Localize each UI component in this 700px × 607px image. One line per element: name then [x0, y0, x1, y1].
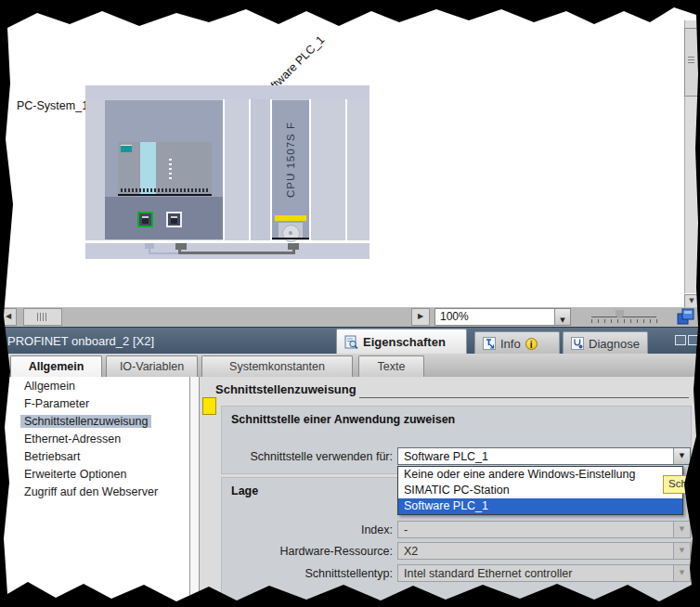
- cable-connector: [175, 243, 187, 250]
- ethernet-port-2[interactable]: [166, 212, 182, 227]
- slot-divider: [309, 99, 311, 240]
- app-sheet: Software PLC_1 PC-System_1: [0, 0, 700, 607]
- hardware-ressource-select: X2 ▼: [397, 542, 691, 560]
- float-window-button[interactable]: [675, 335, 686, 345]
- dropdown-option[interactable]: Keine oder eine andere Windows-Einstellu…: [398, 467, 682, 483]
- nav-label: Betriebsart: [20, 450, 84, 463]
- scroll-right-button[interactable]: ▶: [411, 308, 430, 326]
- zoom-slider-ticks: [591, 319, 657, 323]
- nav-label: Ethernet-Adressen: [20, 433, 124, 446]
- port-plug-icon: [171, 216, 177, 224]
- port-plug-icon: [142, 216, 149, 224]
- info-icon: [483, 337, 496, 350]
- inspector-title: PROFINET onboard_2 [X2]: [7, 328, 154, 355]
- cpu-selection-underline: [272, 238, 309, 239]
- tab-info[interactable]: Info i: [474, 331, 560, 355]
- inspector-content: Allgemein F-Parameter Schnittstellenzuwe…: [0, 377, 700, 607]
- zoom-slider-thumb[interactable]: [616, 310, 624, 319]
- pc-system-label: PC-System_1: [17, 99, 88, 112]
- dock-view-icon[interactable]: [677, 308, 694, 326]
- nav-item-webserver-zugriff[interactable]: Zugriff auf den Webserver: [0, 484, 189, 501]
- interface-use-label: Schnittstelle verwenden für:: [223, 450, 393, 463]
- dropdown-disabled-button: ▼: [673, 565, 690, 581]
- cpu-1507s-module[interactable]: CPU 1507S F: [272, 100, 309, 239]
- nav-label: F-Parameter: [20, 397, 93, 410]
- screenshot-root: Software PLC_1 PC-System_1: [0, 0, 700, 607]
- schnittstellentyp-value: Intel standard Ethernet controller: [404, 566, 572, 581]
- interface-use-value: Software PLC_1: [404, 449, 488, 464]
- device-view-canvas: Software PLC_1 PC-System_1: [0, 0, 700, 307]
- ethernet-port-1-selected[interactable]: [137, 212, 153, 227]
- nav-item-allgemein[interactable]: Allgemein: [0, 378, 189, 395]
- diagnose-icon: [571, 337, 584, 350]
- zoom-slider-track[interactable]: [591, 316, 656, 317]
- nav-item-ethernet-adressen[interactable]: Ethernet-Adressen: [0, 431, 189, 448]
- lage-section-title: Lage: [231, 484, 258, 497]
- dropdown-option[interactable]: SIMATIC PC-Station: [398, 483, 682, 498]
- rack-top-rail: [85, 85, 369, 99]
- hardware-ressource-value: X2: [404, 544, 418, 559]
- subtab-label: IO-Variablen: [120, 360, 184, 373]
- dropdown-open-button[interactable]: ▼: [673, 448, 690, 464]
- subtab-io-variablen[interactable]: IO-Variablen: [106, 355, 198, 377]
- assign-section-title: Schnittstelle einer Anwendung zuweisen: [231, 413, 455, 426]
- subtab-allgemein[interactable]: Allgemein: [10, 355, 102, 377]
- canvas-toolbar-row: ◀ ▶ 100% ▼: [0, 307, 700, 327]
- nav-item-schnittstellenzuweisung[interactable]: Schnittstellenzuweisung: [0, 413, 189, 431]
- schnittstellentyp-select: Intel standard Ethernet controller ▼: [397, 564, 691, 582]
- subtab-label: Texte: [378, 360, 406, 373]
- scroll-left-button[interactable]: ◀: [0, 308, 17, 326]
- screen-chip: [121, 145, 132, 152]
- rack-body: CPU 1507S F: [85, 99, 369, 240]
- panel-heading: Schnittstellenzuweisung: [215, 382, 356, 396]
- nav-label: Zugriff auf den Webserver: [20, 485, 162, 498]
- pc-station-module[interactable]: [105, 100, 223, 239]
- zoom-dropdown-button[interactable]: ▼: [554, 309, 570, 325]
- inspector-titlebar: PROFINET onboard_2 [X2] Eigenschaften In…: [0, 327, 700, 355]
- horizontal-scrollbar-thumb[interactable]: [23, 308, 62, 326]
- tab-diagnose[interactable]: Diagnose: [563, 331, 648, 355]
- pc-module-upper: [105, 100, 223, 197]
- cpu-yellow-stripe: [275, 215, 306, 221]
- tab-label: Diagnose: [589, 337, 640, 351]
- nav-item-betriebsart[interactable]: Betriebsart: [0, 448, 189, 466]
- tab-eigenschaften[interactable]: Eigenschaften: [336, 329, 467, 355]
- cable-segment: [178, 252, 295, 254]
- subtab-label: Allgemein: [29, 360, 84, 373]
- slot-divider: [223, 99, 225, 240]
- interface-use-select[interactable]: Software PLC_1 ▼: [397, 447, 691, 465]
- slot-divider: [345, 99, 347, 240]
- scrollbar-grip: [688, 57, 694, 64]
- properties-icon: [344, 335, 358, 349]
- pc-screen-graphic: [118, 142, 212, 196]
- subtab-texte[interactable]: Texte: [358, 355, 424, 377]
- subtab-systemkonstanten[interactable]: Systemkonstanten: [201, 355, 353, 377]
- rack-bottom-rail: [85, 243, 369, 259]
- nav-item-f-parameter[interactable]: F-Parameter: [0, 395, 189, 413]
- nav-label: Erweiterte Optionen: [20, 468, 130, 481]
- dropdown-option-selected[interactable]: Software PLC_1: [398, 498, 682, 514]
- screen-port-row: [121, 188, 209, 192]
- rack-slot: [251, 99, 270, 240]
- zoom-level-select[interactable]: 100% ▼: [434, 308, 571, 326]
- zoom-level-value: 100%: [440, 310, 469, 323]
- hardware-ressource-label: Hardware-Ressource:: [223, 545, 393, 558]
- change-marker: [202, 397, 216, 415]
- subtab-label: Systemkonstanten: [229, 360, 325, 373]
- cable-connector: [288, 243, 299, 250]
- heading-rule: [359, 397, 689, 398]
- nav-scrollbar[interactable]: [189, 377, 200, 607]
- screen-cyan-column: [140, 142, 156, 194]
- tooltip-popup: Sch: [663, 475, 700, 494]
- cpu-module-label: CPU 1507S F: [272, 106, 309, 213]
- nav-item-erweiterte-optionen[interactable]: Erweiterte Optionen: [0, 466, 189, 484]
- index-label: Index:: [223, 523, 393, 536]
- schnittstellentyp-label: Schnittstellentyp:: [223, 567, 393, 580]
- pc-station-rack[interactable]: CPU 1507S F: [85, 85, 369, 259]
- vertical-scrollbar-thumb[interactable]: [684, 28, 699, 97]
- pc-module-lower: [105, 197, 223, 239]
- index-select: - ▼: [397, 521, 691, 538]
- slot-divider: [249, 99, 251, 240]
- interface-use-dropdown-list: Keine oder eine andere Windows-Einstellu…: [397, 466, 683, 515]
- collapse-window-button[interactable]: [688, 335, 699, 345]
